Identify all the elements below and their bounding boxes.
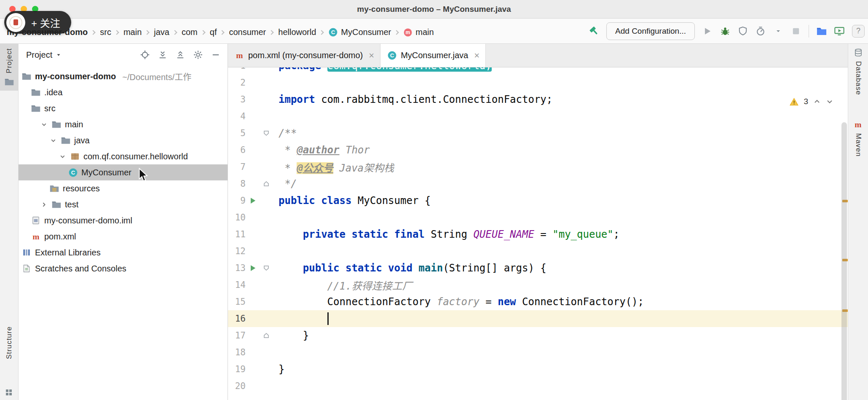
run-gutter-icon[interactable] xyxy=(246,264,260,272)
code-line-7[interactable]: 7 * @公众号 Java架构栈 xyxy=(228,158,848,175)
project-view-selector[interactable]: Project xyxy=(26,50,52,60)
code-line-9[interactable]: 9public class MyConsumer { xyxy=(228,192,848,209)
structure-grid-icon[interactable] xyxy=(5,388,13,397)
settings-icon[interactable] xyxy=(193,50,203,60)
breadcrumb-item-main[interactable]: mmain xyxy=(403,27,434,37)
code-line-13[interactable]: 13 public static void main(String[] args… xyxy=(228,260,848,277)
breadcrumb-item-com[interactable]: com xyxy=(182,27,198,37)
code-line-14[interactable]: 14 //1.获得连接工厂 xyxy=(228,277,848,293)
run-gutter-icon[interactable] xyxy=(246,196,260,205)
navigation-bar: my-consumer-domosrcmainjavacomqfconsumer… xyxy=(0,19,868,44)
tree-item-pom-xml[interactable]: mpom.xml xyxy=(19,228,228,244)
prev-warning-icon[interactable] xyxy=(813,98,821,105)
monitor-icon[interactable] xyxy=(833,25,845,37)
tool-stripe-maven[interactable]: m Maven xyxy=(848,115,868,161)
breadcrumb-item-main[interactable]: main xyxy=(123,27,142,37)
code-line-5[interactable]: 5/** xyxy=(228,125,848,142)
database-stripe-label: Database xyxy=(854,61,863,95)
code-line-2[interactable]: 2 xyxy=(228,74,848,91)
tree-item-java[interactable]: java xyxy=(19,132,228,148)
code-line-1[interactable]: 1package com.qf.consumer.helloworld; xyxy=(228,67,848,74)
line-number: 2 xyxy=(228,78,246,88)
fold-close-icon[interactable] xyxy=(260,180,273,188)
tree-item-test[interactable]: test xyxy=(19,196,228,212)
chevron-down-icon[interactable] xyxy=(58,153,67,160)
code-line-18[interactable]: 18 xyxy=(228,344,848,361)
code-line-11[interactable]: 11 private static final String QUEUE_NAM… xyxy=(228,226,848,243)
tree-item-my-consumer-domo-iml[interactable]: my-consumer-domo.iml xyxy=(19,212,228,228)
coverage-icon[interactable] xyxy=(737,25,749,37)
close-tab-icon[interactable]: × xyxy=(474,51,480,60)
editor-tab-myconsumer-java[interactable]: CMyConsumer.java× xyxy=(380,44,486,67)
code-text: ConnectionFactory factory = new Connecti… xyxy=(273,296,848,308)
line-number: 17 xyxy=(228,330,246,341)
help-icon[interactable]: ? xyxy=(852,25,865,38)
breadcrumb-item-java[interactable]: java xyxy=(154,27,169,37)
tree-item-resources[interactable]: resources xyxy=(19,180,228,196)
tree-item-idea[interactable]: .idea xyxy=(19,84,228,100)
hide-icon[interactable] xyxy=(211,50,221,60)
tree-item-com-qf-consumer-helloworld[interactable]: com.qf.consumer.helloworld xyxy=(19,148,228,164)
breadcrumb-item-myconsumer[interactable]: CMyConsumer xyxy=(328,27,391,37)
tree-item-label: java xyxy=(74,136,90,145)
tool-stripe-project[interactable]: Project xyxy=(0,44,18,91)
line-number: 12 xyxy=(228,246,246,256)
tree-item-label: Scratches and Consoles xyxy=(35,264,126,274)
breadcrumb-separator-icon xyxy=(114,30,119,35)
code-line-17[interactable]: 17 } xyxy=(228,327,848,344)
tool-stripe-structure[interactable]: Structure xyxy=(0,322,18,363)
breadcrumb-item-consumer[interactable]: consumer xyxy=(229,27,266,37)
code-line-3[interactable]: 3import com.rabbitmq.client.ConnectionFa… xyxy=(228,91,848,108)
bug-icon[interactable] xyxy=(719,25,731,37)
code-line-20[interactable]: 20 xyxy=(228,378,848,395)
code-line-12[interactable]: 12 xyxy=(228,243,848,260)
add-configuration-button[interactable]: Add Configuration... xyxy=(606,22,695,40)
follow-label: + 关注 xyxy=(31,15,60,30)
fold-open-icon[interactable] xyxy=(260,264,273,272)
build-hammer-icon[interactable] xyxy=(588,25,600,37)
fold-open-icon[interactable] xyxy=(260,129,273,137)
project-dropdown-caret-icon[interactable] xyxy=(56,52,62,58)
code-line-19[interactable]: 19} xyxy=(228,361,848,378)
breadcrumb-item-helloworld[interactable]: helloworld xyxy=(278,27,316,37)
code-line-15[interactable]: 15 ConnectionFactory factory = new Conne… xyxy=(228,293,848,310)
fold-close-icon[interactable] xyxy=(260,332,273,339)
editor-tab-pom-xml-my-consumer-domo[interactable]: mpom.xml (my-consumer-domo)× xyxy=(228,44,380,67)
tree-item-myconsumer[interactable]: CMyConsumer xyxy=(19,164,228,180)
breadcrumb-item-qf[interactable]: qf xyxy=(210,27,217,37)
expand-all-icon[interactable] xyxy=(158,50,168,60)
editor-scrollbar[interactable] xyxy=(841,122,847,400)
follow-overlay-badge[interactable]: + 关注 xyxy=(4,11,71,34)
breadcrumb-item-src[interactable]: src xyxy=(100,27,111,37)
chevron-down-icon[interactable] xyxy=(49,137,57,144)
tree-item-external-libraries[interactable]: External Libraries xyxy=(19,244,228,260)
code-editor[interactable]: 1package com.qf.consumer.helloworld;23im… xyxy=(228,67,848,400)
window-title: my-consumer-domo – MyConsumer.java xyxy=(357,5,511,14)
profiler-icon[interactable] xyxy=(755,25,766,37)
tool-stripe-database[interactable]: Database xyxy=(848,44,868,99)
play-icon[interactable] xyxy=(702,25,713,37)
run-controls xyxy=(702,25,802,37)
chevron-down-icon[interactable] xyxy=(40,121,48,128)
tree-item-label: main xyxy=(65,120,83,129)
tree-item-my-consumer-domo[interactable]: my-consumer-domo~/Documents/工作 xyxy=(19,68,228,84)
code-text: //1.获得连接工厂 xyxy=(273,278,848,293)
collapse-all-icon[interactable] xyxy=(175,50,185,60)
tree-item-main[interactable]: main xyxy=(19,116,228,132)
stop-icon[interactable] xyxy=(790,25,802,37)
code-line-16[interactable]: 16 xyxy=(228,310,848,327)
tree-item-scratches-and-consoles[interactable]: Scratches and Consoles xyxy=(19,260,228,277)
caret-down-icon[interactable] xyxy=(772,25,784,37)
code-line-6[interactable]: 6 * @author Thor xyxy=(228,142,848,158)
locate-icon[interactable] xyxy=(140,50,150,60)
next-warning-icon[interactable] xyxy=(826,98,833,105)
code-text: /** xyxy=(273,127,848,139)
chevron-right-icon[interactable] xyxy=(40,201,48,208)
code-line-8[interactable]: 8 */ xyxy=(228,175,848,192)
code-line-10[interactable]: 10 xyxy=(228,209,848,226)
svg-text:C: C xyxy=(71,169,75,176)
folder-blue-icon[interactable] xyxy=(816,25,828,37)
tree-item-src[interactable]: src xyxy=(19,100,228,116)
code-line-4[interactable]: 4 xyxy=(228,108,848,125)
close-tab-icon[interactable]: × xyxy=(369,51,374,60)
